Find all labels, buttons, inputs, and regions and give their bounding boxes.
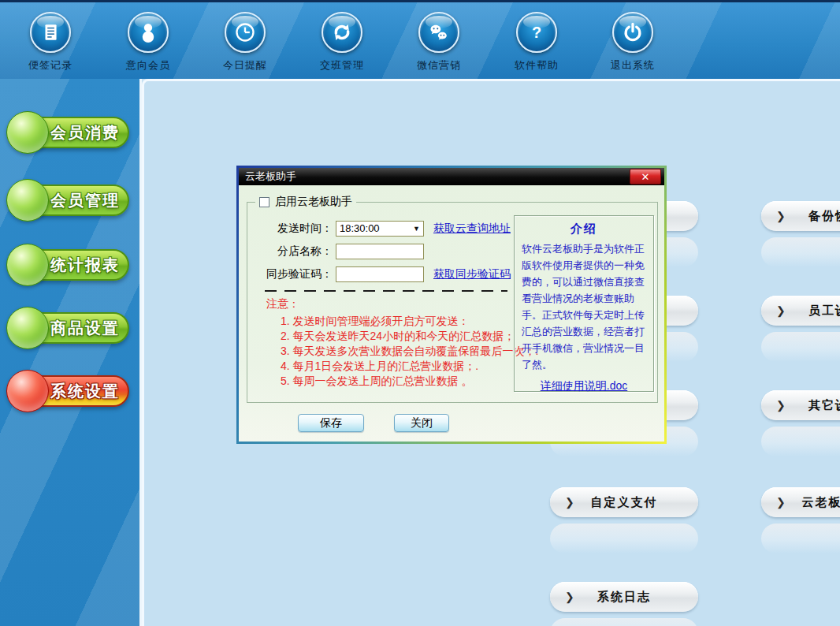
- close-icon: ✕: [641, 171, 650, 183]
- branch-name-input[interactable]: [336, 244, 424, 259]
- sidebar-item-label: 会员消费: [50, 122, 120, 143]
- settings-button-employee-settings[interactable]: ❯ 员工设置: [761, 296, 840, 326]
- button-reflection: [761, 427, 840, 456]
- toolbar-item-exit[interactable]: 退出系统: [595, 12, 671, 73]
- settings-button-other-settings[interactable]: ❯ 其它设置: [761, 390, 840, 420]
- settings-button-custom-payment[interactable]: ❯ 自定义支付: [550, 487, 698, 517]
- sidebar-item-member-consume[interactable]: 会员消费: [20, 117, 129, 148]
- toolbar-item-wechat[interactable]: 微信营销: [401, 12, 477, 73]
- intro-title: 介绍: [522, 222, 646, 237]
- chevron-right-icon: ❯: [776, 399, 786, 412]
- toolbar-item-prospects[interactable]: 意向会员: [110, 12, 186, 73]
- chevron-right-icon: ❯: [565, 591, 574, 603]
- toolbar-item-reminders[interactable]: 今日提醒: [207, 12, 283, 73]
- sidebar-item-label: 会员管理: [50, 190, 120, 211]
- intro-text: 软件云老板助手是为软件正版软件使用者提供的一种免费的，可以通过微信直接查看营业情…: [522, 240, 646, 373]
- app-window: 便签记录 意向会员 今日提醒 交班管理 微信营销: [0, 0, 840, 626]
- sidebar-item-label: 商品设置: [50, 318, 120, 339]
- enable-assistant-label: 启用云老板助手: [275, 195, 352, 209]
- shift-icon: [322, 12, 362, 53]
- toolbar: 便签记录 意向会员 今日提醒 交班管理 微信营销: [0, 0, 840, 79]
- toolbar-item-label: 便签记录: [13, 58, 88, 73]
- send-time-select[interactable]: 18:30:00 ▼: [336, 221, 424, 237]
- sidebar-item-reports[interactable]: 统计报表: [20, 249, 129, 281]
- branch-name-label: 分店名称：: [252, 244, 333, 259]
- help-icon: ?: [516, 12, 557, 53]
- toolbar-item-label: 微信营销: [401, 58, 477, 73]
- note-line: 5. 每周一会发送上周的汇总营业数据 。: [281, 374, 512, 389]
- sidebar-item-member-manage[interactable]: 会员管理: [20, 184, 129, 216]
- button-reflection: [550, 618, 698, 626]
- sync-code-input[interactable]: [336, 266, 424, 282]
- sphere-icon: [6, 244, 49, 286]
- usage-doc-link[interactable]: 详细使用说明.doc: [522, 379, 646, 393]
- note-icon: [30, 12, 71, 53]
- member-icon: [128, 12, 169, 53]
- note-line: 4. 每月1日会发送上月的汇总营业数据；.: [281, 359, 512, 374]
- dialog-titlebar: 云老板助手 ✕: [239, 168, 664, 185]
- sidebar-item-system-settings[interactable]: 系统设置: [20, 375, 129, 407]
- cloud-boss-dialog: 云老板助手 ✕ 启用云老板助手 发送时间： 18:30:00: [236, 166, 667, 444]
- settings-button-system-log[interactable]: ❯ 系统日志: [550, 582, 698, 612]
- get-sync-code-link[interactable]: 获取同步验证码: [433, 267, 511, 281]
- settings-button-backup-restore[interactable]: ❯ 备份恢复: [761, 201, 840, 231]
- send-time-value: 18:30:00: [340, 222, 380, 234]
- chevron-right-icon: ❯: [776, 210, 786, 222]
- dropdown-arrow-icon: ▼: [413, 225, 420, 233]
- toolbar-item-notes[interactable]: 便签记录: [13, 12, 88, 73]
- close-button[interactable]: 关闭: [394, 414, 449, 432]
- sphere-icon: [6, 111, 49, 154]
- toolbar-item-label: 意向会员: [110, 58, 186, 73]
- sidebar-item-products[interactable]: 商品设置: [20, 312, 129, 344]
- sidebar-item-label: 统计报表: [50, 255, 120, 276]
- assistant-form: 发送时间： 18:30:00 ▼ 获取云查询地址 分店名称：: [252, 220, 512, 389]
- sphere-icon: [6, 370, 49, 412]
- dashed-divider: [265, 290, 507, 292]
- svg-text:?: ?: [532, 24, 541, 41]
- wechat-icon: [418, 12, 459, 53]
- chevron-right-icon: ❯: [776, 496, 786, 509]
- note-line: 3. 每天发送多次营业数据会自动覆盖保留最后一次；.: [281, 344, 512, 359]
- toolbar-item-shift[interactable]: 交班管理: [304, 12, 380, 73]
- intro-panel: 介绍 软件云老板助手是为软件正版软件使用者提供的一种免费的，可以通过微信直接查看…: [514, 215, 654, 392]
- chevron-right-icon: ❯: [565, 496, 574, 509]
- toolbar-item-label: 软件帮助: [499, 58, 574, 73]
- sync-code-label: 同步验证码：: [252, 267, 333, 281]
- toolbar-item-label: 退出系统: [595, 58, 671, 73]
- clock-icon: [225, 12, 266, 53]
- enable-assistant-checkbox[interactable]: [259, 197, 269, 207]
- toolbar-item-label: 今日提醒: [207, 58, 283, 73]
- notes-title: 注意：: [266, 297, 512, 311]
- send-time-label: 发送时间：: [252, 222, 333, 236]
- chevron-right-icon: ❯: [776, 304, 786, 317]
- save-button[interactable]: 保存: [298, 414, 364, 432]
- power-icon: [612, 12, 653, 53]
- sphere-icon: [6, 307, 49, 349]
- notes-list: 1. 发送时间管理端必须开启方可发送： 2. 每天会发送昨天24小时的和今天的汇…: [281, 314, 512, 389]
- sidebar: 会员消费 会员管理 统计报表 商品设置 系统设置: [0, 79, 142, 626]
- note-line: 2. 每天会发送昨天24小时的和今天的汇总数据；: [281, 329, 512, 344]
- note-line: 1. 发送时间管理端必须开启方可发送：: [281, 314, 512, 329]
- sidebar-item-label: 系统设置: [50, 381, 120, 402]
- dialog-title: 云老板助手: [245, 170, 296, 184]
- button-reflection: [761, 237, 840, 267]
- dialog-body: 启用云老板助手 发送时间： 18:30:00 ▼ 获取云查询地址 分: [239, 185, 664, 442]
- sphere-icon: [6, 179, 49, 222]
- get-cloud-query-link[interactable]: 获取云查询地址: [433, 222, 511, 236]
- enable-assistant-group: 启用云老板助手 发送时间： 18:30:00 ▼ 获取云查询地址 分: [247, 195, 658, 403]
- dialog-close-button[interactable]: ✕: [630, 169, 661, 184]
- toolbar-item-help[interactable]: ? 软件帮助: [499, 12, 574, 73]
- button-reflection: [761, 524, 840, 553]
- button-reflection: [761, 332, 840, 362]
- button-reflection: [550, 524, 698, 553]
- settings-button-cloud-boss[interactable]: ❯ 云老板助手: [761, 487, 840, 517]
- toolbar-item-label: 交班管理: [304, 58, 380, 73]
